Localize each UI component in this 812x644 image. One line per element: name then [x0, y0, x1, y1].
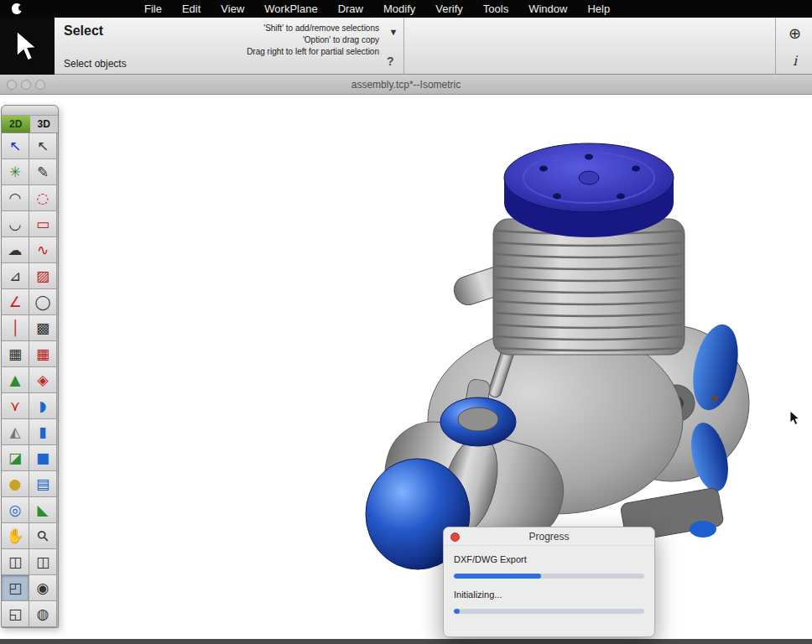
- cloud-tool-icon: ☁: [8, 243, 23, 257]
- menu-item-help[interactable]: Help: [577, 3, 620, 15]
- circle-tool-icon: ◯: [34, 295, 50, 309]
- tool-select-arrow[interactable]: ↖: [2, 133, 29, 159]
- view-cube-front-icon: ◱: [8, 607, 22, 621]
- menu-item-tools[interactable]: Tools: [473, 3, 518, 15]
- progress-status-label: Initializing...: [454, 589, 644, 600]
- menu-item-draw[interactable]: Draw: [328, 3, 373, 15]
- progress-bar-primary-fill: [454, 574, 541, 579]
- tool-array-grid[interactable]: ▦: [2, 341, 29, 367]
- tool-dotted-polygon[interactable]: ◌: [29, 185, 57, 211]
- tool-arc-tool[interactable]: ◠: [2, 185, 29, 211]
- pipe-elbow-icon: ◗: [39, 399, 47, 413]
- view-cube-sphere-icon: ◍: [37, 607, 49, 621]
- tool-curve-tool[interactable]: ◡: [2, 211, 29, 237]
- surface-patch-icon: ◪: [8, 451, 22, 465]
- palette-tab-3d[interactable]: 3D: [30, 116, 59, 132]
- tool-view-cube-wire[interactable]: ◫: [2, 549, 29, 575]
- menu-item-modify[interactable]: Modify: [373, 3, 425, 15]
- tool-grid: ↖↖✳✎◠◌◡▭☁∿⊿▨∠◯│▩▦▦▲◈⋎◗◭▮◪■●▤◎◣✋⚲◫◫◰◉◱◍: [2, 133, 58, 627]
- tool-wedge-3d[interactable]: ◣: [29, 497, 57, 523]
- add-button[interactable]: ⊕: [789, 24, 801, 43]
- curve-tool-icon: ◡: [9, 217, 22, 231]
- tool-sphere-3d[interactable]: ●: [2, 471, 29, 497]
- progress-dialog-titlebar[interactable]: Progress: [444, 527, 654, 546]
- tool-cylinder-3d[interactable]: ▮: [29, 419, 57, 445]
- menu-item-edit[interactable]: Edit: [172, 3, 211, 15]
- close-button[interactable]: [7, 80, 17, 90]
- window-controls: [7, 80, 45, 90]
- angle-dimension-icon: ∠: [8, 295, 21, 309]
- triangle-tool-icon: ⊿: [9, 269, 21, 283]
- zoom-button[interactable]: [35, 80, 45, 90]
- freehand-sketch-icon: ✳: [9, 165, 21, 179]
- rectangle-tool-icon: ▭: [36, 217, 49, 231]
- menu-item-view[interactable]: View: [211, 3, 254, 15]
- progress-dialog-body: DXF/DWG Export Initializing...: [444, 546, 654, 614]
- tool-options-dropdown[interactable]: ▼: [385, 24, 402, 39]
- cone-3d-icon: ▲: [9, 373, 20, 387]
- tool-freehand-sketch[interactable]: ✳: [2, 159, 29, 185]
- tool-iso-cube[interactable]: ◈: [29, 367, 57, 393]
- tool-torus-3d[interactable]: ◎: [2, 497, 29, 523]
- tool-view-cube-hidden[interactable]: ◰: [2, 575, 29, 601]
- tool-pen-tool[interactable]: ✎: [29, 159, 57, 185]
- tool-box-3d[interactable]: ■: [29, 445, 57, 471]
- progress-bar-secondary-fill: [454, 609, 460, 614]
- view-cube-shaded-icon: ◉: [37, 581, 49, 595]
- menu-items: FileEditViewWorkPlaneDrawModifyVerifyToo…: [134, 3, 620, 15]
- tool-view-cube-sphere[interactable]: ◍: [29, 601, 57, 627]
- tool-help-button[interactable]: ?: [387, 55, 394, 68]
- tool-pattern-grid[interactable]: ▦: [29, 341, 57, 367]
- tool-pan-hand[interactable]: ✋: [2, 523, 29, 549]
- select-arrow-icon: ↖: [9, 139, 21, 153]
- menu-item-verify[interactable]: Verify: [425, 3, 473, 15]
- tool-fill-hatch[interactable]: ▩: [29, 315, 57, 341]
- arc-tool-icon: ◠: [9, 191, 22, 205]
- menu-item-workplane[interactable]: WorkPlane: [254, 3, 327, 15]
- tool-cone-3d[interactable]: ▲: [2, 367, 29, 393]
- view-cube-hidden-icon: ◰: [8, 581, 22, 595]
- tool-node-select[interactable]: ↖: [29, 133, 57, 159]
- palette-tab-2d[interactable]: 2D: [2, 116, 30, 132]
- hatch-rect-icon: ▨: [36, 269, 49, 283]
- progress-task-label: DXF/DWG Export: [454, 554, 644, 564]
- menu-item-file[interactable]: File: [134, 3, 172, 15]
- info-button[interactable]: i: [793, 53, 797, 69]
- tool-hatch-rect[interactable]: ▨: [29, 263, 57, 289]
- tool-cloud-tool[interactable]: ☁: [2, 237, 29, 263]
- menu-item-window[interactable]: Window: [518, 3, 577, 15]
- drawing-canvas[interactable]: [0, 95, 812, 639]
- tool-rectangle-tool[interactable]: ▭: [29, 211, 57, 237]
- tool-hint: 'Shift' to add/remove selections: [136, 23, 379, 34]
- tool-prism-group[interactable]: ◭: [2, 419, 29, 445]
- tool-zoom-tool[interactable]: ⚲: [29, 523, 57, 549]
- tool-angle-dimension[interactable]: ∠: [2, 289, 29, 315]
- tool-stairs-3d[interactable]: ▤: [29, 471, 57, 497]
- tool-line-tool[interactable]: │: [2, 315, 29, 341]
- tool-view-cube-iso[interactable]: ◫: [29, 549, 57, 575]
- view-cube-wire-icon: ◫: [8, 555, 22, 569]
- tool-surface-patch[interactable]: ◪: [2, 445, 29, 471]
- tool-triangle-tool[interactable]: ⊿: [2, 263, 29, 289]
- apple-menu-icon[interactable]: [12, 3, 22, 14]
- toolbar-divider: [775, 18, 776, 75]
- y-branch-icon: ⋎: [10, 399, 20, 413]
- tool-view-cube-front[interactable]: ◱: [2, 601, 29, 627]
- tool-pipe-elbow[interactable]: ◗: [29, 393, 57, 419]
- tool-view-cube-shaded[interactable]: ◉: [29, 575, 57, 601]
- stairs-3d-icon: ▤: [36, 477, 49, 491]
- menubar: FileEditViewWorkPlaneDrawModifyVerifyToo…: [0, 0, 812, 18]
- dialog-close-button[interactable]: [450, 532, 460, 542]
- progress-dialog: Progress DXF/DWG Export Initializing...: [443, 527, 655, 637]
- tool-hint: 'Option' to drag copy: [136, 34, 379, 46]
- spline-tool-icon: ∿: [37, 243, 49, 257]
- tool-circle-tool[interactable]: ◯: [29, 289, 57, 315]
- pattern-grid-icon: ▦: [36, 347, 49, 361]
- window-title: assembly.tcp*--Isometric: [351, 79, 461, 91]
- minimize-button[interactable]: [21, 80, 31, 90]
- tool-spline-tool[interactable]: ∿: [29, 237, 57, 263]
- palette-grip[interactable]: [2, 106, 58, 116]
- pan-hand-icon: ✋: [6, 529, 23, 543]
- tool-y-branch[interactable]: ⋎: [2, 393, 29, 419]
- array-grid-icon: ▦: [8, 347, 22, 361]
